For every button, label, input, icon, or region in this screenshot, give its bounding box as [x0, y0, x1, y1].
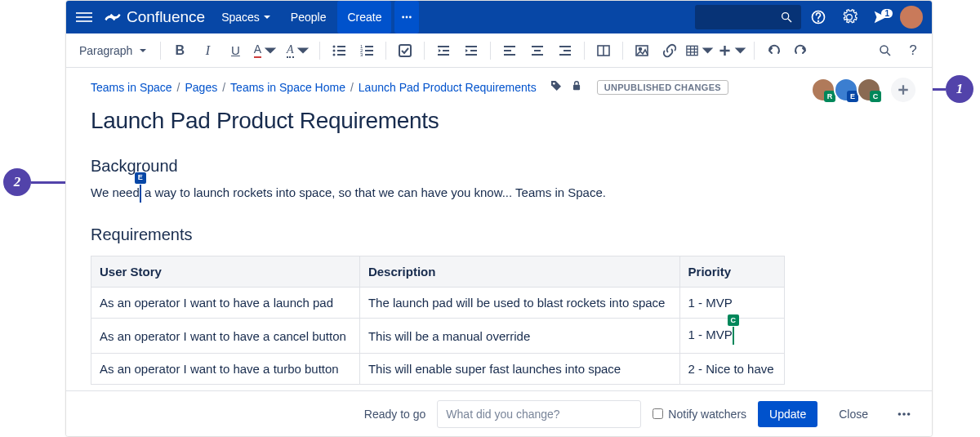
svg-rect-27	[470, 50, 477, 51]
labels-icon[interactable]	[550, 79, 563, 95]
insert-more-button[interactable]	[718, 38, 747, 63]
table-row[interactable]: As an operator I want to have a turbo bu…	[91, 354, 785, 385]
italic-button[interactable]: I	[195, 38, 220, 63]
topbar-search[interactable]	[695, 5, 801, 29]
svg-rect-34	[532, 54, 543, 56]
table-header[interactable]: Description	[359, 256, 679, 288]
svg-point-3	[403, 16, 405, 19]
nav-people[interactable]: People	[283, 1, 335, 33]
requirements-table[interactable]: User StoryDescriptionPriority As an oper…	[91, 256, 785, 385]
svg-point-14	[333, 53, 336, 56]
more-formatting-button[interactable]: A	[283, 38, 313, 63]
paragraph-select[interactable]: Paragraph	[73, 41, 154, 60]
notif-count: 1	[881, 9, 893, 18]
svg-rect-26	[466, 46, 477, 47]
version-comment-input[interactable]	[437, 400, 641, 428]
align-center-button[interactable]	[525, 38, 550, 63]
svg-rect-25	[438, 54, 449, 56]
svg-rect-21	[365, 54, 373, 56]
svg-point-57	[907, 412, 911, 416]
svg-point-6	[782, 13, 789, 20]
settings-icon[interactable]	[835, 9, 863, 25]
table-header[interactable]: User Story	[91, 256, 360, 288]
restrictions-icon[interactable]	[571, 79, 582, 95]
app-frame: Confluence Spaces People Create	[65, 0, 933, 437]
notify-watchers-checkbox[interactable]: Notify watchers	[653, 408, 746, 421]
breadcrumb-item[interactable]: Pages	[185, 81, 218, 94]
svg-point-56	[902, 412, 906, 416]
update-button[interactable]: Update	[758, 401, 817, 427]
align-left-button[interactable]	[497, 38, 522, 63]
collaborator-avatar[interactable]: R	[811, 78, 835, 102]
table-row[interactable]: As an operator I want to have a launch p…	[91, 288, 785, 319]
table-row[interactable]: As an operator I want to have a cancel b…	[91, 319, 785, 354]
indent-button[interactable]	[459, 38, 483, 63]
svg-rect-23	[438, 46, 449, 47]
add-collaborator-button[interactable]	[891, 78, 915, 102]
help-icon[interactable]	[804, 9, 832, 25]
svg-point-41	[639, 47, 642, 50]
task-list-button[interactable]	[393, 38, 417, 63]
topbar: Confluence Spaces People Create	[66, 1, 932, 33]
table-button[interactable]	[685, 38, 715, 63]
notifications-icon[interactable]: 1	[866, 8, 894, 26]
menu-icon[interactable]	[73, 9, 96, 25]
bullet-list-button[interactable]	[327, 38, 351, 63]
layout-button[interactable]	[591, 38, 616, 63]
link-button[interactable]	[657, 38, 682, 63]
breadcrumb-item[interactable]: Teams in Space Home	[230, 81, 345, 94]
svg-point-4	[406, 16, 408, 19]
unpublished-badge: UNPUBLISHED CHANGES	[597, 80, 728, 95]
svg-rect-36	[564, 50, 571, 51]
editor-footer: Ready to go Notify watchers Update Close	[66, 390, 932, 436]
svg-rect-22	[399, 45, 411, 56]
collaborator-avatar[interactable]: C	[857, 78, 881, 102]
breadcrumb: Teams in Space / Pages / Teams in Space …	[91, 79, 907, 95]
profile-avatar[interactable]	[898, 6, 925, 29]
numbered-list-button[interactable]: 123	[354, 38, 379, 63]
table-header[interactable]: Priority	[679, 256, 784, 288]
background-text[interactable]: We needE a way to launch rockets into sp…	[91, 184, 606, 203]
requirements-heading[interactable]: Requirements	[91, 225, 907, 244]
save-status: Ready to go	[364, 408, 426, 421]
redo-button[interactable]	[789, 38, 813, 63]
text-color-button[interactable]: A	[251, 38, 280, 63]
svg-rect-1	[76, 16, 92, 18]
annotation-1: 1	[946, 75, 973, 103]
svg-rect-19	[365, 50, 373, 51]
editor-toolbar: Paragraph B I U A A 123	[66, 33, 932, 68]
svg-rect-30	[504, 50, 511, 51]
editor-content[interactable]: Teams in Space / Pages / Teams in Space …	[66, 68, 932, 390]
annotation-2: 2	[3, 168, 31, 196]
background-heading[interactable]: Background	[91, 157, 907, 176]
nav-spaces[interactable]: Spaces	[213, 1, 279, 33]
image-button[interactable]	[630, 38, 654, 63]
page-title[interactable]: Launch Pad Product Requirements	[91, 108, 907, 134]
svg-rect-17	[365, 46, 373, 47]
svg-rect-37	[559, 54, 571, 56]
more-actions-button[interactable]	[889, 400, 919, 428]
breadcrumb-item[interactable]: Teams in Space	[91, 81, 172, 94]
svg-point-49	[880, 46, 888, 53]
svg-rect-15	[337, 54, 345, 56]
close-button[interactable]: Close	[829, 401, 878, 427]
breadcrumb-item[interactable]: Launch Pad Product Requirements	[359, 81, 537, 94]
create-more-button[interactable]	[394, 1, 419, 33]
undo-button[interactable]	[761, 38, 786, 63]
svg-rect-28	[466, 54, 477, 56]
create-button[interactable]: Create	[337, 1, 391, 33]
align-right-button[interactable]	[553, 38, 577, 63]
underline-button[interactable]: U	[223, 38, 247, 63]
editor-help-button[interactable]: ?	[901, 38, 925, 63]
product-logo[interactable]: Confluence	[99, 8, 210, 26]
svg-rect-13	[337, 50, 345, 51]
svg-rect-35	[559, 46, 571, 47]
product-name: Confluence	[127, 8, 205, 26]
outdent-button[interactable]	[431, 38, 456, 63]
find-button[interactable]	[873, 38, 898, 63]
bold-button[interactable]: B	[167, 38, 192, 63]
svg-rect-2	[76, 20, 92, 22]
svg-rect-29	[504, 46, 515, 47]
collaborator-avatar[interactable]: E	[834, 78, 858, 102]
presence-cursor-e: E	[140, 185, 141, 203]
